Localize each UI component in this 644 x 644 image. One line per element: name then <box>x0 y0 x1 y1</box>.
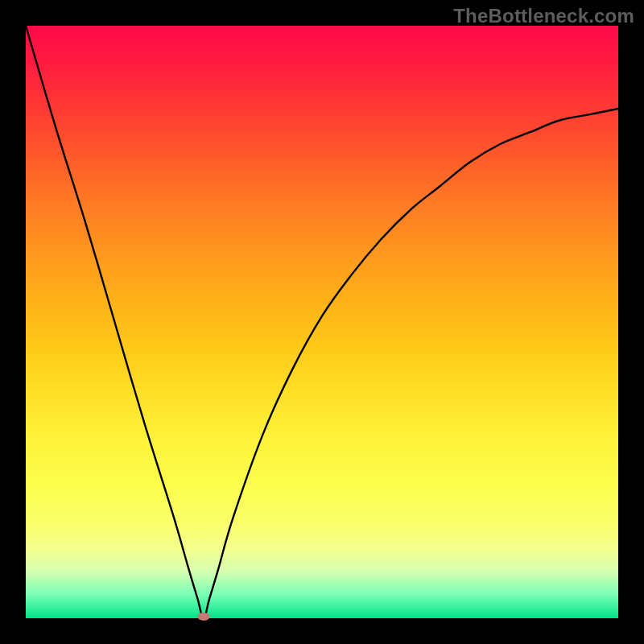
watermark-text: TheBottleneck.com <box>453 5 634 27</box>
minimum-marker <box>197 613 209 621</box>
chart-frame: TheBottleneck.com <box>0 0 644 644</box>
bottleneck-curve <box>26 26 618 618</box>
plot-area <box>26 26 618 618</box>
